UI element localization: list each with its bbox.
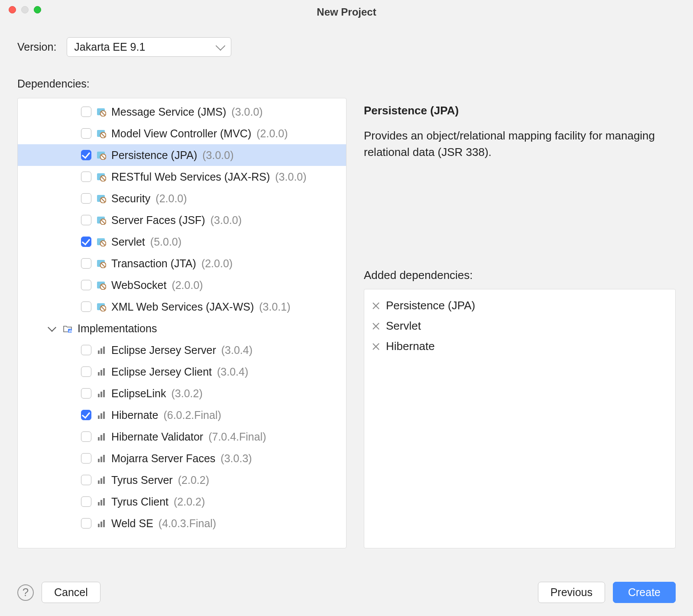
remove-icon[interactable] <box>372 343 380 350</box>
dependency-row[interactable]: Security (2.0.0) <box>18 188 346 209</box>
added-dependency-name: Persistence (JPA) <box>386 299 475 312</box>
dependency-checkbox[interactable] <box>81 258 91 269</box>
dependency-row[interactable]: Eclipse Jersey Client (3.0.4) <box>18 361 346 383</box>
dependency-version: (5.0.0) <box>150 236 181 248</box>
dependency-row[interactable]: Eclipse Jersey Server (3.0.4) <box>18 339 346 361</box>
dependency-checkbox[interactable] <box>81 215 91 225</box>
dependency-checkbox[interactable] <box>81 431 91 442</box>
dependency-row[interactable]: EclipseLink (3.0.2) <box>18 383 346 404</box>
dependency-checkbox[interactable] <box>81 150 91 160</box>
dependency-checkbox[interactable] <box>81 128 91 139</box>
footer: ? Cancel Previous Create <box>0 571 693 616</box>
dependencies-label: Dependencies: <box>17 78 676 90</box>
svg-rect-56 <box>100 500 102 506</box>
dependency-version: (2.0.0) <box>201 257 233 270</box>
added-dependency-item: Persistence (JPA) <box>372 295 667 316</box>
dependency-checkbox[interactable] <box>81 193 91 204</box>
close-window-button[interactable] <box>9 6 16 13</box>
previous-button[interactable]: Previous <box>538 582 605 603</box>
minimize-window-button[interactable] <box>21 6 29 13</box>
dependency-version: (3.0.0) <box>231 106 262 118</box>
svg-rect-34 <box>98 350 100 354</box>
dependency-name: Tyrus Server <box>111 474 173 486</box>
dependency-row[interactable]: Persistence (JPA) (3.0.0) <box>18 144 346 166</box>
dependency-version: (3.0.0) <box>210 214 242 227</box>
dependency-name: WebSocket <box>111 279 166 292</box>
dependency-checkbox[interactable] <box>81 172 91 182</box>
dependency-version: (7.0.4.Final) <box>208 431 266 443</box>
dependency-checkbox[interactable] <box>81 496 91 507</box>
dependency-version: (2.0.0) <box>155 192 187 205</box>
dependency-checkbox[interactable] <box>81 302 91 312</box>
remove-icon[interactable] <box>372 322 380 330</box>
dependency-tree[interactable]: Message Service (JMS) (3.0.0)Model View … <box>17 98 346 548</box>
dependency-row[interactable]: Mojarra Server Faces (3.0.3) <box>18 447 346 469</box>
dependency-row[interactable]: Tyrus Server (2.0.2) <box>18 469 346 491</box>
zoom-window-button[interactable] <box>34 6 41 13</box>
dependency-checkbox[interactable] <box>81 453 91 464</box>
svg-rect-44 <box>100 413 102 419</box>
dependency-checkbox[interactable] <box>81 237 91 247</box>
svg-rect-47 <box>100 435 102 441</box>
cancel-button[interactable]: Cancel <box>42 582 100 603</box>
dependency-version: (4.0.3.Final) <box>159 517 216 530</box>
dependency-name: Model View Controller (MVC) <box>111 127 251 140</box>
added-dependency-item: Servlet <box>372 316 667 336</box>
added-dependency-item: Hibernate <box>372 336 667 357</box>
dependency-name: Server Faces (JSF) <box>111 214 205 227</box>
implementations-group[interactable]: Implementations <box>18 318 346 339</box>
dependency-row[interactable]: Message Service (JMS) (3.0.0) <box>18 101 346 123</box>
dependency-row[interactable]: Weld SE (4.0.3.Final) <box>18 512 346 534</box>
dependency-row[interactable]: Server Faces (JSF) (3.0.0) <box>18 209 346 231</box>
spec-icon <box>97 280 106 290</box>
svg-rect-38 <box>100 370 102 376</box>
dependency-version: (2.0.2) <box>174 496 205 508</box>
dependency-row[interactable]: Hibernate (6.0.2.Final) <box>18 404 346 426</box>
remove-icon[interactable] <box>372 302 380 310</box>
spec-icon <box>97 129 106 138</box>
added-dependencies-label: Added dependencies: <box>364 160 676 282</box>
dependency-checkbox[interactable] <box>81 280 91 290</box>
svg-rect-43 <box>98 415 100 419</box>
dependency-checkbox[interactable] <box>81 107 91 117</box>
dependency-name: XML Web Services (JAX-WS) <box>111 301 254 313</box>
dependency-checkbox[interactable] <box>81 518 91 528</box>
dependency-row[interactable]: XML Web Services (JAX-WS) (3.0.1) <box>18 296 346 318</box>
dependency-name: Transaction (JTA) <box>111 257 196 270</box>
library-icon <box>97 475 106 485</box>
dependency-checkbox[interactable] <box>81 410 91 420</box>
window-title: New Project <box>9 6 684 18</box>
dependency-row[interactable]: Servlet (5.0.0) <box>18 231 346 253</box>
dependency-version: (3.0.2) <box>171 387 202 400</box>
implementations-label: Implementations <box>78 322 157 335</box>
dependency-version: (6.0.2.Final) <box>163 409 221 421</box>
dependency-row[interactable]: Transaction (JTA) (2.0.0) <box>18 253 346 274</box>
library-icon <box>97 497 106 506</box>
dependency-checkbox[interactable] <box>81 388 91 399</box>
dependency-row[interactable]: WebSocket (2.0.0) <box>18 274 346 296</box>
svg-rect-52 <box>98 480 100 484</box>
spec-icon <box>97 237 106 246</box>
dependency-row[interactable]: RESTful Web Services (JAX-RS) (3.0.0) <box>18 166 346 188</box>
dependency-row[interactable]: Model View Controller (MVC) (2.0.0) <box>18 123 346 144</box>
dependency-checkbox[interactable] <box>81 366 91 377</box>
spec-icon <box>97 172 106 182</box>
dependency-version: (2.0.0) <box>256 127 288 140</box>
dependency-version: (3.0.4) <box>217 366 248 378</box>
version-select[interactable]: Jakarta EE 9.1 <box>67 37 231 57</box>
detail-pane: Persistence (JPA) Provides an object/rel… <box>364 98 676 548</box>
library-icon <box>97 454 106 463</box>
library-icon <box>97 367 106 376</box>
svg-rect-49 <box>98 459 100 462</box>
dependency-row[interactable]: Tyrus Client (2.0.2) <box>18 491 346 512</box>
create-button[interactable]: Create <box>613 582 676 603</box>
help-button[interactable]: ? <box>17 584 34 601</box>
svg-rect-51 <box>103 455 105 462</box>
window-controls <box>9 6 41 13</box>
dependency-checkbox[interactable] <box>81 475 91 485</box>
dependency-row[interactable]: Hibernate Validator (7.0.4.Final) <box>18 426 346 447</box>
dependency-version: (2.0.2) <box>178 474 209 486</box>
svg-rect-40 <box>98 394 100 397</box>
svg-rect-31 <box>69 331 70 332</box>
dependency-checkbox[interactable] <box>81 345 91 355</box>
